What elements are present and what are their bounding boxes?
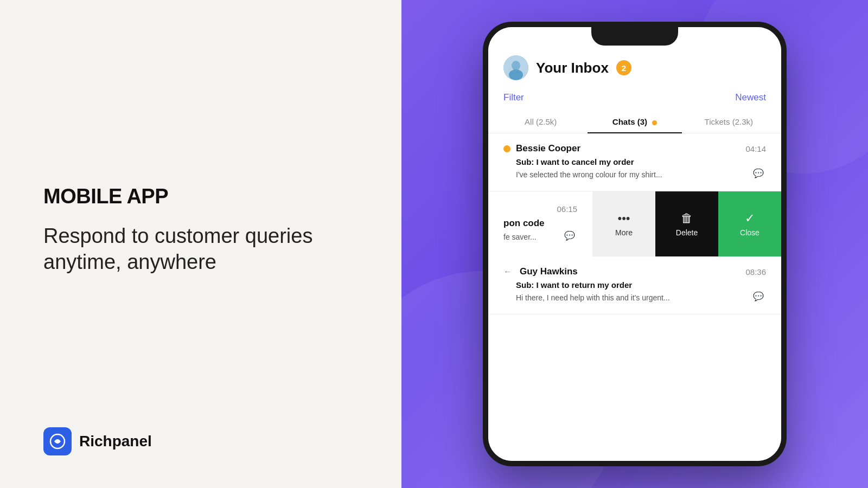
trash-icon: 🗑 bbox=[681, 211, 693, 226]
left-content: MOBILE APP Respond to customer queries a… bbox=[43, 33, 358, 427]
chat-icon-2: 💬 bbox=[753, 291, 766, 304]
conv-preview-text-2: Hi there, I need help with this and it's… bbox=[503, 293, 670, 302]
avatar bbox=[503, 55, 528, 80]
conv-sender: Bessie Cooper bbox=[503, 143, 580, 154]
close-label: Close bbox=[740, 228, 760, 237]
conv-preview: I've selected the wrong colour for my sh… bbox=[503, 168, 766, 181]
conv-subject-2: Sub: I want to return my order bbox=[503, 280, 766, 290]
sender-name-2: Guy Hawkins bbox=[520, 266, 578, 277]
conversation-item-guy[interactable]: ← Guy Hawkins 08:36 Sub: I want to retur… bbox=[488, 256, 781, 314]
delete-label: Delete bbox=[676, 228, 698, 237]
conversation-item-bessie[interactable]: Bessie Cooper 04:14 Sub: I want to cance… bbox=[488, 133, 781, 191]
swipe-time: 06:15 bbox=[503, 204, 577, 214]
section-label: MOBILE APP bbox=[43, 185, 358, 208]
conv-time-2: 08:36 bbox=[745, 267, 766, 277]
conv-time: 04:14 bbox=[745, 144, 766, 153]
conv-header: Bessie Cooper 04:14 bbox=[503, 143, 766, 154]
swipe-main-content[interactable]: 06:15 pon code fe saver... 💬 bbox=[488, 191, 592, 256]
swipe-subject: pon code bbox=[503, 218, 577, 229]
filter-row: Filter Newest bbox=[488, 89, 781, 111]
tab-chats[interactable]: Chats (3) bbox=[588, 111, 681, 133]
tagline-line2: anytime, anywhere bbox=[43, 251, 216, 273]
inbox-badge: 2 bbox=[616, 60, 631, 75]
sender-name: Bessie Cooper bbox=[516, 143, 580, 154]
swipe-preview: fe saver... bbox=[503, 233, 537, 241]
tab-dot bbox=[652, 120, 657, 125]
phone-mockup: Your Inbox 2 Filter Newest All (2.5k) Ch… bbox=[483, 22, 787, 466]
brand-name: Richpanel bbox=[79, 433, 152, 450]
phone-content: Your Inbox 2 Filter Newest All (2.5k) Ch… bbox=[488, 27, 781, 461]
action-more-button[interactable]: ••• More bbox=[592, 191, 655, 256]
check-circle-icon: ✓ bbox=[745, 211, 755, 226]
phone-notch bbox=[591, 27, 678, 46]
newest-button[interactable]: Newest bbox=[735, 92, 766, 103]
action-delete-button[interactable]: 🗑 Delete bbox=[655, 191, 718, 256]
right-panel: Your Inbox 2 Filter Newest All (2.5k) Ch… bbox=[401, 0, 868, 488]
left-panel: MOBILE APP Respond to customer queries a… bbox=[0, 0, 401, 488]
conv-header-2: ← Guy Hawkins 08:36 bbox=[503, 266, 766, 277]
reply-icon: ← bbox=[503, 267, 512, 277]
tab-all[interactable]: All (2.5k) bbox=[494, 111, 588, 133]
tagline: Respond to customer queries anytime, any… bbox=[43, 223, 358, 275]
tab-tickets[interactable]: Tickets (2.3k) bbox=[682, 111, 776, 133]
phone-wrapper: Your Inbox 2 Filter Newest All (2.5k) Ch… bbox=[483, 22, 787, 466]
inbox-title: Your Inbox bbox=[536, 60, 609, 76]
more-label: More bbox=[615, 228, 633, 237]
brand-logo bbox=[43, 427, 72, 455]
swipe-preview-row: fe saver... 💬 bbox=[503, 230, 577, 243]
chat-icon: 💬 bbox=[753, 168, 766, 181]
brand-area: Richpanel bbox=[43, 427, 358, 455]
svg-point-3 bbox=[509, 69, 523, 80]
action-close-button[interactable]: ✓ Close bbox=[718, 191, 781, 256]
swipe-row: 06:15 pon code fe saver... 💬 ••• More 🗑 bbox=[488, 191, 781, 256]
svg-point-2 bbox=[512, 61, 520, 70]
conv-sender-2: ← Guy Hawkins bbox=[503, 266, 578, 277]
conv-preview-text: I've selected the wrong colour for my sh… bbox=[503, 170, 662, 179]
swipe-chat-icon: 💬 bbox=[564, 230, 577, 243]
filter-button[interactable]: Filter bbox=[503, 92, 524, 103]
tabs-bar: All (2.5k) Chats (3) Tickets (2.3k) bbox=[488, 111, 781, 133]
more-dots-icon: ••• bbox=[617, 211, 630, 226]
tagline-line1: Respond to customer queries bbox=[43, 224, 312, 247]
conv-preview-2: Hi there, I need help with this and it's… bbox=[503, 291, 766, 304]
conv-subject: Sub: I want to cancel my order bbox=[503, 157, 766, 166]
richpanel-logo-icon bbox=[49, 433, 66, 450]
online-indicator bbox=[503, 145, 510, 152]
